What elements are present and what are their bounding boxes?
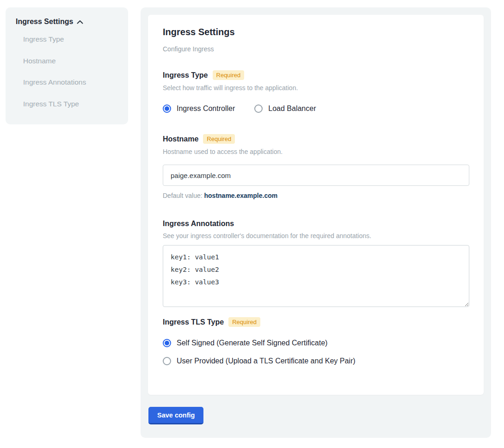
sidebar-item-hostname[interactable]: Hostname [16, 52, 119, 70]
settings-panel: Ingress Settings Configure Ingress Ingre… [141, 7, 491, 438]
ingress-tls-type-label: Ingress TLS Type [163, 318, 224, 326]
card-subtitle: Configure Ingress [163, 45, 469, 53]
sidebar-item-ingress-type[interactable]: Ingress Type [16, 31, 119, 48]
radio-option-user-provided[interactable]: User Provided (Upload a TLS Certificate … [163, 357, 469, 365]
hostname-default-label: Default value: [163, 192, 203, 199]
field-ingress-tls-type: Ingress TLS Type Required Self Signed (G… [163, 317, 469, 365]
hostname-default-value: hostname.example.com [204, 192, 278, 199]
ingress-type-label: Ingress Type [163, 71, 208, 80]
ingress-settings-card: Ingress Settings Configure Ingress Ingre… [148, 15, 484, 395]
field-hostname: Hostname Required Hostname used to acces… [163, 134, 469, 199]
ingress-type-description: Select how traffic will ingress to the a… [163, 84, 469, 92]
radio-button-icon [254, 104, 263, 113]
required-badge: Required [203, 134, 235, 144]
sidebar-items: Ingress Type Hostname Ingress Annotation… [16, 31, 119, 112]
sidebar-item-ingress-annotations[interactable]: Ingress Annotations [16, 74, 119, 91]
field-ingress-annotations: Ingress Annotations See your ingress con… [163, 220, 469, 307]
required-badge: Required [213, 70, 245, 80]
hostname-input[interactable] [163, 165, 469, 186]
sidebar-nav: Ingress Settings Ingress Type Hostname I… [6, 7, 128, 124]
save-config-button[interactable]: Save config [148, 407, 203, 424]
sidebar-item-ingress-tls-type[interactable]: Ingress TLS Type [16, 95, 119, 113]
sidebar-section-toggle[interactable]: Ingress Settings [16, 18, 119, 26]
chevron-up-icon [77, 20, 83, 24]
ingress-annotations-description: See your ingress controller's documentat… [163, 232, 469, 239]
card-title: Ingress Settings [163, 27, 469, 37]
ingress-type-radio-group: Ingress Controller Load Balancer [163, 104, 469, 113]
radio-label-load-balancer: Load Balancer [268, 104, 316, 113]
ingress-annotations-label: Ingress Annotations [163, 220, 234, 228]
radio-button-icon [163, 104, 171, 113]
field-ingress-type: Ingress Type Required Select how traffic… [163, 70, 469, 113]
radio-label-self-signed: Self Signed (Generate Self Signed Certif… [177, 339, 327, 347]
hostname-default-row: Default value: hostname.example.com [163, 192, 469, 199]
required-badge: Required [228, 317, 260, 327]
radio-button-icon [163, 357, 171, 365]
radio-label-ingress-controller: Ingress Controller [177, 104, 235, 113]
hostname-description: Hostname used to access the application. [163, 148, 469, 155]
radio-option-self-signed[interactable]: Self Signed (Generate Self Signed Certif… [163, 339, 469, 347]
hostname-label: Hostname [163, 135, 198, 143]
radio-button-icon [163, 339, 171, 347]
radio-option-ingress-controller[interactable]: Ingress Controller [163, 104, 235, 113]
sidebar-section-label: Ingress Settings [16, 18, 73, 26]
radio-option-load-balancer[interactable]: Load Balancer [254, 104, 316, 113]
ingress-tls-type-radio-group: Self Signed (Generate Self Signed Certif… [163, 339, 469, 365]
radio-label-user-provided: User Provided (Upload a TLS Certificate … [177, 357, 356, 365]
ingress-annotations-textarea[interactable]: key1: value1 key2: value2 key3: value3 [163, 245, 469, 307]
